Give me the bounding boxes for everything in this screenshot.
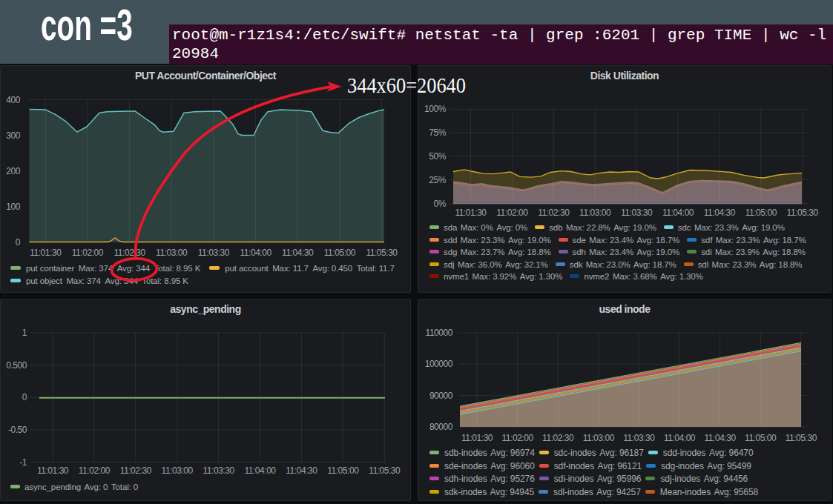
svg-text:11:04:30: 11:04:30 bbox=[282, 248, 314, 258]
svg-text:400: 400 bbox=[6, 95, 20, 105]
svg-text:11:03:30: 11:03:30 bbox=[198, 248, 230, 258]
svg-text:11:05:30: 11:05:30 bbox=[369, 465, 401, 476]
svg-text:11:01:30: 11:01:30 bbox=[461, 433, 493, 443]
svg-text:300: 300 bbox=[6, 130, 20, 141]
svg-text:11:01:30: 11:01:30 bbox=[30, 248, 62, 258]
svg-text:11:05:00: 11:05:00 bbox=[745, 433, 777, 443]
svg-text:11:05:00: 11:05:00 bbox=[327, 465, 359, 476]
svg-text:11:02:00: 11:02:00 bbox=[501, 433, 533, 443]
svg-text:11:05:30: 11:05:30 bbox=[366, 248, 398, 258]
svg-text:200: 200 bbox=[6, 166, 20, 176]
svg-text:11:01:30: 11:01:30 bbox=[37, 465, 69, 476]
svg-text:11:03:00: 11:03:00 bbox=[583, 433, 615, 443]
svg-text:75%: 75% bbox=[429, 127, 446, 138]
svg-text:11:05:00: 11:05:00 bbox=[745, 208, 777, 218]
svg-text:0: 0 bbox=[16, 237, 21, 248]
svg-text:11:03:00: 11:03:00 bbox=[579, 208, 611, 218]
svg-text:110000: 110000 bbox=[426, 328, 453, 338]
svg-text:11:02:30: 11:02:30 bbox=[113, 248, 145, 258]
svg-text:11:04:00: 11:04:00 bbox=[662, 208, 694, 218]
svg-text:50%: 50% bbox=[429, 151, 446, 162]
svg-text:25%: 25% bbox=[429, 175, 446, 185]
svg-text:11:04:00: 11:04:00 bbox=[240, 248, 271, 258]
svg-text:11:04:00: 11:04:00 bbox=[664, 433, 696, 443]
svg-text:11:02:30: 11:02:30 bbox=[538, 208, 570, 218]
svg-text:0: 0 bbox=[22, 392, 27, 402]
svg-text:0%: 0% bbox=[434, 199, 447, 209]
svg-text:11:05:30: 11:05:30 bbox=[787, 208, 819, 218]
svg-text:11:02:00: 11:02:00 bbox=[72, 248, 104, 258]
svg-text:11:03:30: 11:03:30 bbox=[621, 208, 653, 218]
svg-text:11:03:30: 11:03:30 bbox=[623, 433, 655, 443]
svg-text:11:02:30: 11:02:30 bbox=[120, 465, 152, 476]
svg-text:11:02:30: 11:02:30 bbox=[542, 433, 574, 443]
svg-text:11:04:30: 11:04:30 bbox=[704, 208, 736, 218]
svg-text:11:04:30: 11:04:30 bbox=[286, 465, 317, 476]
svg-text:1: 1 bbox=[22, 328, 27, 338]
svg-text:100%: 100% bbox=[424, 104, 447, 114]
svg-text:11:01:30: 11:01:30 bbox=[455, 208, 487, 218]
svg-text:11:04:30: 11:04:30 bbox=[704, 433, 736, 443]
svg-text:0.500: 0.500 bbox=[6, 360, 27, 371]
svg-text:11:02:00: 11:02:00 bbox=[79, 465, 111, 476]
svg-text:11:04:00: 11:04:00 bbox=[244, 465, 276, 476]
svg-text:11:05:00: 11:05:00 bbox=[324, 248, 356, 258]
svg-text:-1: -1 bbox=[19, 457, 27, 468]
svg-text:11:02:00: 11:02:00 bbox=[496, 208, 528, 218]
svg-text:11:03:00: 11:03:00 bbox=[162, 465, 194, 476]
svg-text:11:05:30: 11:05:30 bbox=[786, 433, 817, 443]
svg-text:100: 100 bbox=[6, 202, 20, 212]
svg-text:11:03:00: 11:03:00 bbox=[156, 248, 188, 258]
svg-text:100000: 100000 bbox=[425, 359, 453, 369]
svg-text:-0.50: -0.50 bbox=[8, 425, 27, 435]
svg-text:80000: 80000 bbox=[429, 422, 453, 432]
svg-text:11:03:30: 11:03:30 bbox=[203, 465, 234, 476]
svg-text:90000: 90000 bbox=[429, 391, 453, 401]
